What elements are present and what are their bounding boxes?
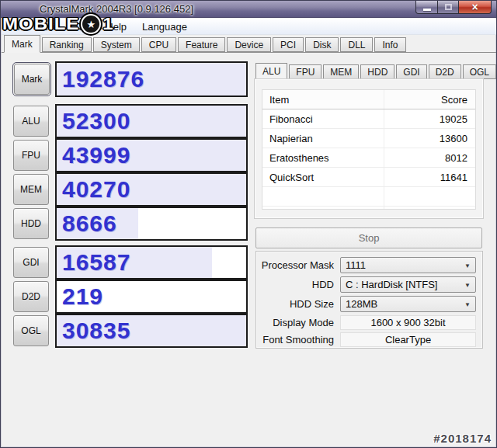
hdd-size-select[interactable]: 128MB ▼	[340, 296, 476, 312]
detail-tab-gdi[interactable]: GDI	[396, 64, 426, 79]
chevron-down-icon: ▼	[464, 282, 471, 289]
tab-pci[interactable]: PCI	[273, 37, 304, 52]
hdd-size-value: 128MB	[346, 298, 377, 310]
table-row: Napierian 13600	[262, 129, 475, 148]
tab-dll[interactable]: DLL	[340, 37, 373, 52]
menu-help[interactable]: Help	[98, 21, 134, 33]
window-controls: ×	[415, 1, 492, 14]
ogl-run-button[interactable]: OGL	[13, 315, 49, 346]
table-header-row: Item Score	[262, 90, 475, 109]
hdd-label: HDD	[258, 279, 340, 290]
mem-score-value: 40270	[62, 176, 130, 203]
tab-disk[interactable]: Disk	[305, 37, 339, 52]
main-tab-bar: Mark Ranking System CPU Feature Device P…	[2, 35, 496, 53]
close-button[interactable]: ×	[459, 1, 492, 14]
minimize-button[interactable]	[415, 1, 438, 14]
table-row-empty	[262, 187, 475, 207]
processor-mask-value: 1111	[346, 259, 366, 271]
detail-tab-bar: ALU FPU MEM HDD GDI D2D OGL	[255, 62, 488, 79]
hdd-run-button[interactable]: HDD	[13, 208, 49, 239]
menu-edit[interactable]: Edit	[33, 21, 66, 33]
tab-cpu[interactable]: CPU	[141, 37, 176, 52]
d2d-run-button[interactable]: D2D	[13, 281, 49, 312]
menu-tab[interactable]: Tab	[66, 21, 98, 33]
tab-info[interactable]: Info	[374, 37, 405, 52]
detail-panel: Item Score Fibonacci 19025 Napierian 136…	[254, 78, 484, 219]
tab-device[interactable]: Device	[227, 37, 271, 52]
menu-bar: File Edit Tab Help Language	[2, 19, 496, 35]
header-item: Item	[262, 94, 384, 106]
hdd-size-label: HDD Size	[258, 298, 340, 310]
gdi-run-button[interactable]: GDI	[13, 247, 49, 278]
processor-mask-select[interactable]: 1111 ▼	[340, 257, 476, 273]
menu-language[interactable]: Language	[134, 21, 195, 33]
font-smoothing-row: Font Smoothing ClearType	[258, 332, 476, 347]
gdi-score-value: 16587	[62, 249, 130, 276]
menu-file[interactable]: File	[2, 21, 33, 33]
fpu-score-box: 43999	[55, 138, 248, 172]
minimize-icon	[423, 9, 431, 11]
alu-score-table: Item Score Fibonacci 19025 Napierian 136…	[262, 89, 476, 210]
bench-row-fpu: FPU 43999	[1, 138, 251, 172]
table-row-empty	[262, 207, 475, 210]
ogl-score-box: 30835	[55, 314, 248, 348]
table-row: QuickSort 11641	[262, 168, 475, 187]
display-mode-row: Display Mode 1600 x 900 32bit	[258, 315, 476, 330]
ogl-score-value: 30835	[62, 318, 130, 344]
alu-run-button[interactable]: ALU	[13, 106, 49, 137]
item-name: Eratosthenes	[262, 152, 384, 164]
alu-score-box: 52300	[55, 104, 248, 138]
display-mode-value: 1600 x 900 32bit	[340, 315, 476, 330]
fpu-score-value: 43999	[62, 142, 130, 168]
window-title: CrystalMark 2004R3 [0.9.126.452]	[40, 3, 193, 15]
item-score: 11641	[384, 168, 475, 186]
item-score: 13600	[384, 129, 475, 148]
detail-tab-hdd[interactable]: HDD	[360, 64, 394, 79]
hdd-select[interactable]: C : HardDisk [NTFS] ▼	[340, 276, 476, 293]
hdd-score-box: 8666	[55, 207, 248, 241]
tab-mark[interactable]: Mark	[4, 35, 40, 53]
bench-row-mem: MEM 40270	[1, 172, 251, 207]
item-score: 8012	[384, 148, 475, 167]
bench-row-gdi: GDI 16587	[1, 245, 251, 280]
processor-mask-row: Processor Mask 1111 ▼	[258, 257, 476, 273]
mem-run-button[interactable]: MEM	[13, 174, 49, 205]
d2d-score-value: 219	[62, 283, 103, 310]
gdi-score-box: 16587	[55, 245, 248, 280]
tab-feature[interactable]: Feature	[178, 37, 225, 52]
tab-system[interactable]: System	[93, 37, 140, 52]
mark-score-value: 192876	[62, 66, 144, 92]
stop-button[interactable]: Stop	[255, 227, 482, 248]
table-row: Eratosthenes 8012	[262, 148, 475, 168]
fpu-run-button[interactable]: FPU	[13, 140, 49, 171]
close-icon: ×	[471, 2, 478, 13]
font-smoothing-value: ClearType	[340, 332, 476, 347]
tab-ranking[interactable]: Ranking	[42, 37, 92, 52]
mark-run-button[interactable]: Mark	[14, 64, 50, 95]
detail-tab-mem[interactable]: MEM	[323, 64, 359, 79]
detail-tab-fpu[interactable]: FPU	[289, 64, 321, 79]
display-mode-label: Display Mode	[258, 317, 340, 328]
chevron-down-icon: ▼	[464, 262, 471, 269]
detail-tab-ogl[interactable]: OGL	[463, 64, 496, 79]
item-name: Napierian	[262, 133, 384, 144]
bench-row-mark: Mark 192876	[1, 61, 251, 97]
hdd-score-value: 8666	[62, 210, 117, 237]
hdd-size-row: HDD Size 128MB ▼	[258, 296, 476, 312]
app-window: CrystalMark 2004R3 [0.9.126.452] × MOBIL…	[0, 0, 497, 448]
table-row: Fibonacci 19025	[262, 109, 475, 129]
bench-row-alu: ALU 52300	[1, 104, 251, 138]
chevron-down-icon: ▼	[464, 301, 471, 308]
detail-tab-alu[interactable]: ALU	[255, 63, 287, 80]
item-name: Fibonacci	[262, 113, 384, 125]
header-score: Score	[384, 90, 475, 109]
font-smoothing-label: Font Smoothing	[258, 334, 340, 346]
bench-row-d2d: D2D 219	[1, 280, 251, 314]
item-name: QuickSort	[262, 172, 384, 183]
processor-mask-label: Processor Mask	[258, 259, 340, 271]
hdd-row: HDD C : HardDisk [NTFS] ▼	[258, 276, 476, 293]
maximize-button[interactable]	[438, 1, 459, 14]
detail-tab-d2d[interactable]: D2D	[429, 64, 461, 79]
d2d-score-box: 219	[55, 280, 248, 314]
settings-group: Processor Mask 1111 ▼ HDD C : HardDisk […	[255, 251, 483, 349]
